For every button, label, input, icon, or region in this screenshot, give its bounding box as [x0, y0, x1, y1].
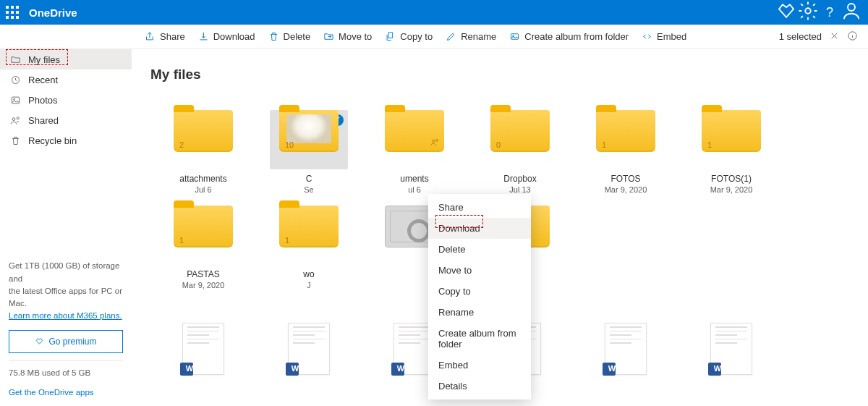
settings-icon[interactable] [797, 0, 819, 25]
folder-count: 2 [179, 140, 184, 149]
word-doc-icon [710, 323, 752, 375]
file-tile[interactable] [678, 323, 784, 406]
folder-count: 1 [179, 236, 184, 245]
sidebar-item-recent[interactable]: Recent [0, 69, 132, 90]
context-menu-item[interactable]: Create album from folder [428, 323, 531, 355]
delete-label: Delete [284, 31, 311, 42]
folder-name: FOTOS(1) [678, 174, 784, 184]
folder-date: Jul 13 [467, 185, 573, 194]
folder-icon: 0 [490, 110, 550, 152]
rename-label: Rename [461, 31, 496, 42]
get-apps-link[interactable]: Get the OneDrive apps [9, 388, 94, 397]
word-app-icon [603, 363, 616, 376]
folder-tile[interactable]: 1 FOTOS Mar 9, 2020 [573, 103, 678, 198]
folder-tile[interactable]: 1 wo J [256, 198, 362, 294]
folder-icon: 1 [702, 110, 761, 152]
brand-label[interactable]: OneDrive [29, 7, 77, 19]
app-launcher-icon[interactable] [6, 6, 19, 19]
folder-name: FOTOS [573, 174, 678, 184]
context-menu-item[interactable]: Delete [428, 239, 531, 260]
folder-name: attachments [150, 174, 256, 184]
sidebar-item-recycle-bin[interactable]: Recycle bin [0, 130, 132, 151]
folder-date: Jul 6 [150, 185, 256, 194]
context-menu-item[interactable]: Details [428, 376, 531, 397]
word-app-icon [286, 363, 299, 376]
folder-tile[interactable]: 10 C Se [256, 103, 362, 198]
svg-point-0 [805, 8, 811, 14]
context-menu-item[interactable]: Embed [428, 355, 531, 376]
svg-rect-6 [12, 97, 20, 103]
folder-count: 1 [602, 140, 606, 149]
svg-rect-2 [511, 34, 519, 40]
context-menu-item[interactable]: Download [428, 218, 531, 239]
word-doc-icon [182, 323, 224, 375]
folder-date: Mar 9, 2020 [678, 185, 784, 194]
folder-date: Se [256, 185, 362, 194]
svg-point-9 [17, 117, 19, 119]
info-icon[interactable] [847, 30, 858, 43]
sidebar-item-label: Recent [28, 75, 58, 85]
folder-icon: 2 [174, 110, 233, 152]
sidebar: My files Recent Photos Shared Recycle bi… [0, 49, 132, 406]
context-menu-item[interactable]: Rename [428, 302, 531, 323]
word-doc-icon [288, 323, 330, 375]
delete-button[interactable]: Delete [268, 31, 311, 42]
highlight-my-files [6, 49, 68, 65]
sidebar-item-label: Photos [28, 95, 57, 106]
folder-tile[interactable]: 0 Dropbox Jul 13 [467, 103, 573, 198]
file-tile[interactable] [573, 323, 678, 406]
file-tile[interactable] [256, 323, 362, 406]
help-icon[interactable]: ? [819, 5, 841, 20]
promo-line: the latest Office apps for PC or Mac. [9, 285, 123, 310]
folder-name: uments [362, 174, 467, 184]
svg-point-10 [433, 140, 435, 142]
sidebar-item-label: Shared [28, 115, 59, 126]
sidebar-item-label: Recycle bin [28, 135, 77, 146]
context-menu-item[interactable]: Copy to [428, 281, 531, 302]
folder-date: ul 6 [362, 185, 467, 194]
file-tile[interactable] [150, 323, 256, 406]
context-menu: ShareDownloadDeleteMove toCopy toRenameC… [428, 194, 531, 399]
folder-tile[interactable]: uments ul 6 [362, 103, 467, 198]
copy-to-label: Copy to [400, 31, 433, 42]
folder-icon: 1 [596, 110, 655, 152]
download-label: Download [213, 31, 255, 42]
move-to-button[interactable]: Move to [323, 31, 372, 42]
rename-button[interactable]: Rename [446, 31, 496, 42]
storage-usage: 75.8 MB used of 5 GB [9, 367, 123, 379]
share-label: Share [160, 31, 185, 42]
clear-selection-icon[interactable] [829, 30, 840, 43]
sidebar-item-photos[interactable]: Photos [0, 90, 132, 110]
folder-tile[interactable]: 2 attachments Jul 6 [150, 103, 256, 198]
folder-icon: 1 [174, 206, 233, 248]
share-button[interactable]: Share [145, 31, 185, 42]
go-premium-button[interactable]: Go premium [9, 330, 123, 353]
folder-name: Dropbox [467, 174, 573, 184]
context-menu-item[interactable]: Share [428, 197, 531, 218]
page-title: My files [150, 67, 868, 83]
sidebar-item-shared[interactable]: Shared [0, 110, 132, 130]
create-album-button[interactable]: Create album from folder [509, 31, 629, 42]
copy-to-button[interactable]: Copy to [385, 31, 433, 42]
download-button[interactable]: Download [198, 31, 255, 42]
premium-icon[interactable] [775, 0, 797, 25]
svg-point-7 [14, 98, 15, 100]
create-album-label: Create album from folder [524, 31, 629, 42]
folder-count: 1 [707, 140, 712, 149]
word-doc-icon [605, 323, 647, 375]
folder-name: wo [256, 269, 362, 279]
go-premium-label: Go premium [48, 335, 96, 348]
folder-date: J [256, 281, 362, 289]
svg-point-11 [436, 139, 438, 141]
folder-count: 10 [285, 140, 294, 149]
context-menu-item[interactable]: Move to [428, 260, 531, 281]
folder-tile[interactable]: 1 PASTAS Mar 9, 2020 [150, 198, 256, 294]
account-icon[interactable] [841, 0, 862, 25]
promo-learn-more-link[interactable]: Learn more about M365 plans. [9, 311, 122, 320]
folder-icon: 1 [279, 206, 339, 248]
folder-icon [385, 110, 444, 152]
folder-tile[interactable]: 1 FOTOS(1) Mar 9, 2020 [678, 103, 784, 198]
shared-icon [430, 138, 440, 149]
embed-button[interactable]: Embed [642, 31, 686, 42]
word-app-icon [708, 363, 721, 376]
